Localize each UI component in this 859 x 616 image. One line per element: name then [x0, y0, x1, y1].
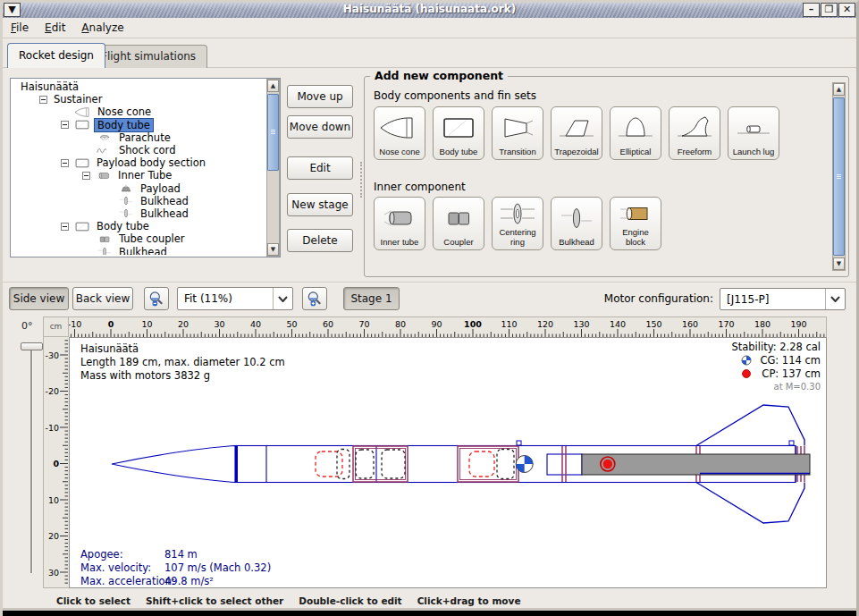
tree-item-label: Tube coupler: [116, 232, 188, 245]
close-button[interactable]: ✕: [838, 3, 855, 17]
ruler-unit-label: cm: [43, 316, 69, 337]
nose-cone-shape: [112, 446, 235, 483]
rocket-design-panel: HaisunäätäSustainerNose coneBody tubePar…: [3, 68, 856, 282]
tree-item-label: Bulkhead: [116, 246, 170, 255]
tree-item-bulkhead[interactable]: Bulkhead: [13, 207, 265, 220]
add-bulkhead-button[interactable]: Bulkhead: [551, 197, 602, 250]
add-elliptical-button[interactable]: Elliptical: [610, 106, 661, 160]
tab-flight-simulations[interactable]: Flight simulations: [89, 45, 207, 68]
svg-text:10: 10: [48, 495, 59, 505]
zoom-select-value: Fit (11%): [184, 292, 232, 305]
component-button-label: Centering ring: [493, 228, 542, 247]
motor-shape[interactable]: [582, 454, 810, 475]
tree-item-label: Bulkhead: [138, 207, 191, 220]
tree-item-nose-cone[interactable]: Nose cone: [13, 105, 265, 118]
scroll-down-icon[interactable]: ▼: [267, 243, 279, 256]
tree-scrollbar-thumb[interactable]: [267, 94, 279, 171]
chevron-down-icon[interactable]: [273, 288, 292, 309]
tree-scrollbar[interactable]: ▲ ▼: [266, 79, 280, 257]
max-acceleration-label: Max. acceleration:: [80, 575, 175, 587]
magnifier-minus-icon: [147, 290, 165, 308]
svg-text:-30: -30: [45, 350, 59, 360]
add-trapezoidal-button[interactable]: Trapezoidal: [551, 106, 602, 160]
hint-click-to-select: Click to select: [56, 595, 131, 606]
side-view-button[interactable]: Side view: [9, 287, 69, 310]
chevron-down-icon[interactable]: [825, 289, 845, 309]
tree-item-sustainer[interactable]: Sustainer: [13, 93, 265, 105]
window-menu-icon[interactable]: ▼: [4, 3, 21, 17]
add-freeform-button[interactable]: Freeform: [669, 106, 720, 160]
tree-item-body-tube[interactable]: Body tube: [13, 119, 265, 131]
menu-edit[interactable]: Edit: [37, 18, 73, 34]
tree-item-payload-body-section[interactable]: Payload body section: [13, 156, 265, 169]
move-down-button[interactable]: Move down: [287, 115, 353, 139]
component-scrollbar[interactable]: ▲ ▼: [832, 82, 846, 271]
rocket-name-label: Haisunäätä: [80, 342, 139, 355]
tree-item-haisun-t-[interactable]: Haisunäätä: [13, 80, 265, 93]
transition-icon: [497, 114, 538, 141]
edit-button[interactable]: Edit: [287, 156, 353, 180]
rotation-slider-thumb[interactable]: [21, 342, 43, 350]
group-label-body-components-and-fin-sets: Body components and fin sets: [374, 89, 536, 102]
tree-expander-icon[interactable]: [39, 96, 47, 104]
add-inner-tube-button[interactable]: Inner tube: [374, 197, 425, 250]
tree-expander-icon[interactable]: [61, 159, 69, 167]
svg-text:50: 50: [286, 319, 297, 329]
tree-item-body-tube[interactable]: Body tube: [13, 220, 265, 232]
component-scrollbar-thumb[interactable]: [833, 97, 845, 256]
menu-analyze[interactable]: Analyze: [73, 18, 131, 34]
add-launch-lug-button[interactable]: Launch lug: [728, 106, 779, 160]
launch-lug-shape[interactable]: [517, 441, 794, 445]
back-view-button[interactable]: Back view: [72, 287, 133, 310]
bulkhead-icon: [95, 246, 114, 255]
rocket-canvas[interactable]: Haisunäätä Length 189 cm, max. diameter …: [69, 337, 827, 588]
zoom-out-button[interactable]: [144, 287, 169, 310]
motor-configuration-select[interactable]: [J115-P]: [720, 288, 846, 310]
delete-button[interactable]: Delete: [287, 229, 353, 252]
tree-item-bulkhead[interactable]: Bulkhead: [13, 195, 265, 207]
centering-ring-icon: [497, 200, 538, 227]
menu-file[interactable]: File: [3, 18, 37, 34]
add-transition-button[interactable]: Transition: [492, 106, 543, 160]
add-engine-block-button[interactable]: Engine block: [610, 197, 661, 250]
rotation-slider-track[interactable]: [30, 346, 33, 573]
zoom-select[interactable]: Fit (11%): [177, 287, 293, 310]
split-divider[interactable]: [360, 162, 362, 198]
minimize-button[interactable]: –: [803, 3, 820, 17]
move-up-button[interactable]: Move up: [287, 85, 353, 108]
svg-text:60: 60: [323, 319, 333, 329]
scroll-up-icon[interactable]: ▲: [267, 80, 279, 92]
title-bar[interactable]: Haisunäätä (haisunaata.ork) ▼ – ❐ ✕: [3, 2, 856, 18]
nose-cone-icon: [379, 114, 420, 141]
component-button-label: Inner tube: [381, 238, 419, 247]
tree-item-inner-tube[interactable]: Inner Tube: [13, 169, 265, 181]
coupler-icon: [438, 205, 479, 232]
add-nose-cone-button[interactable]: Nose cone: [374, 106, 425, 160]
new-stage-button[interactable]: New stage: [287, 193, 353, 216]
scroll-up-icon[interactable]: ▲: [833, 83, 845, 96]
body-tube-icon: [72, 119, 92, 131]
scroll-down-icon[interactable]: ▼: [833, 257, 845, 270]
cp-value: CP: 137 cm: [762, 367, 821, 380]
add-body-tube-button[interactable]: Body tube: [433, 106, 484, 160]
component-tree[interactable]: HaisunäätäSustainerNose coneBody tubePar…: [10, 78, 281, 257]
bulkhead-icon: [556, 205, 597, 232]
tree-item-bulkhead[interactable]: Bulkhead: [13, 245, 265, 255]
tree-item-parachute[interactable]: Parachute: [13, 131, 265, 144]
tree-expander-icon[interactable]: [61, 121, 69, 129]
tab-rocket-design[interactable]: Rocket design: [7, 43, 105, 68]
zoom-in-button[interactable]: [302, 287, 327, 310]
tree-item-tube-coupler[interactable]: Tube coupler: [13, 232, 265, 245]
add-centering-ring-button[interactable]: Centering ring: [492, 197, 543, 250]
tree-item-label: Sustainer: [51, 93, 105, 105]
tree-expander-icon[interactable]: [82, 172, 90, 180]
maximize-button[interactable]: ❐: [821, 3, 838, 17]
payload-icon: [116, 182, 136, 194]
tree-expander-icon[interactable]: [61, 223, 69, 231]
add-coupler-button[interactable]: Coupler: [433, 197, 484, 250]
component-button-label: Launch lug: [733, 148, 774, 156]
stage-1-toggle[interactable]: Stage 1: [343, 287, 400, 310]
tree-item-payload[interactable]: Payload: [13, 182, 265, 195]
svg-text:0: 0: [53, 459, 59, 468]
tree-item-shock-cord[interactable]: Shock cord: [13, 144, 265, 156]
